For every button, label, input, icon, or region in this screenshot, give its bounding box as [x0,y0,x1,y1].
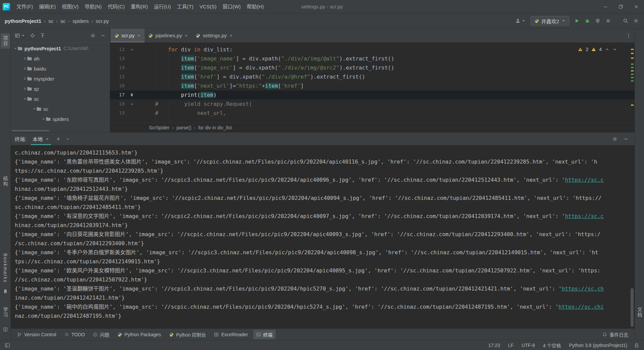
code-line[interactable]: 19 # next_url, [110,108,635,118]
run-config-selector[interactable]: 井鑫欢2 [531,16,569,26]
menu-item[interactable]: 编辑(E) [36,0,59,13]
breadcrumb-item[interactable]: scr.py [96,18,109,24]
tool-window-toggle-icon[interactable] [5,343,10,348]
prev-problem-icon[interactable] [605,47,609,52]
weak-warning-count[interactable]: 4 [599,47,602,52]
tool-window-button[interactable]: 问题 [90,330,112,339]
menu-item[interactable]: 运行(U) [151,0,174,13]
breadcrumb-item[interactable]: spiders [72,18,89,24]
terminal-tab-local[interactable]: 本地 [31,133,51,145]
user-dropdown[interactable] [515,18,526,24]
chevron-right-icon[interactable] [23,87,27,91]
editor-breadcrumb-item[interactable]: parse() [176,125,191,130]
chevron-down-icon[interactable] [66,137,70,141]
more-tabs-icon[interactable] [626,33,631,38]
close-button[interactable] [629,0,644,13]
tree-item[interactable]: baidu [11,63,110,74]
code-line[interactable]: 13 item['image_name'] = div.xpath("./div… [110,54,635,63]
status-item[interactable]: LF [508,343,514,348]
tree-item[interactable]: sc [11,104,110,114]
tree-item[interactable]: myspider [11,74,110,84]
tool-window-button[interactable]: Version Control [14,331,59,339]
code-editor[interactable]: 12 for div in div_list:13 item['image_na… [110,43,635,122]
tree-item[interactable]: ah [11,53,110,63]
chevron-down-icon[interactable] [23,97,27,101]
menu-item[interactable]: 代码(C) [105,0,128,13]
stop-button[interactable] [605,18,611,24]
tool-window-button[interactable]: ExcelReader [211,331,251,339]
hide-panel-icon[interactable] [100,33,106,38]
tree-item[interactable]: pythonProject1C:\Users\M\ [11,43,110,53]
minimize-button[interactable] [598,0,613,13]
code-line[interactable]: 18 # yield scrapy.Request( [110,99,635,108]
editor-tab[interactable]: pipelines.py [145,29,192,42]
chevron-down-icon[interactable] [13,46,17,50]
settings-icon[interactable] [633,18,639,24]
close-icon[interactable] [45,137,49,141]
fold-icon[interactable] [130,48,134,52]
minimize-terminal-icon[interactable] [623,136,629,142]
warning-count[interactable]: 2 [586,47,588,52]
close-tab-icon[interactable] [137,34,141,38]
breadcrumb-item[interactable]: sc [60,18,65,24]
status-item[interactable]: 4 个空格 [543,342,561,349]
horizontal-scrollbar[interactable] [11,129,110,132]
close-tab-icon[interactable] [229,34,233,38]
error-stripe[interactable] [630,43,635,122]
chevron-right-icon[interactable] [23,67,27,71]
tool-window-button-structure[interactable]: 结构 [1,174,10,189]
editor-tab[interactable]: settings.py [192,29,237,42]
restore-button[interactable] [613,0,629,13]
status-item[interactable]: UTF-8 [522,343,535,348]
book-icon[interactable] [3,327,8,332]
editor-tab[interactable]: scr.py [111,29,145,42]
tool-window-button[interactable]: TODO [61,331,88,339]
chevron-right-icon[interactable] [23,56,27,60]
run-button[interactable] [574,18,580,24]
terminal-link[interactable]: https://sc.c [565,213,604,219]
terminal-link[interactable]: https://sc.c [565,177,604,183]
lock-icon[interactable] [634,343,639,348]
chevron-down-icon[interactable] [32,107,36,111]
menu-item[interactable]: 重构(R) [128,0,151,13]
coverage-button[interactable] [595,18,600,24]
project-view-selector[interactable] [15,33,25,38]
code-line[interactable]: 14 item['image_src'] = div.xpath("./div/… [110,63,635,72]
tool-window-button[interactable]: 事件日志 [599,330,631,339]
tool-window-button-bookmarks[interactable]: Bookmarks [1,251,9,285]
tree-item[interactable]: spiders [11,114,110,124]
menu-item[interactable]: 导航(N) [82,0,105,13]
tool-window-button[interactable]: Python Packages [114,331,164,339]
next-problem-icon[interactable] [612,47,617,52]
locate-file-icon[interactable] [30,33,35,38]
code-line[interactable]: 17 print(item) [110,90,635,99]
tree-item[interactable]: qz [11,84,110,94]
breadcrumb-item[interactable]: sc [48,18,53,24]
menu-item[interactable]: VCS(S) [197,0,220,13]
chevron-right-icon[interactable] [23,77,27,81]
terminal-settings-icon[interactable] [612,136,618,142]
tool-window-button-learn[interactable]: 学习 [1,305,10,320]
code-line[interactable]: 12 for div in div_list: [110,45,635,54]
editor-breadcrumb-item[interactable]: for div in div_list [198,125,232,130]
menu-item[interactable]: 工具(T) [174,0,196,13]
close-tab-icon[interactable] [184,34,188,38]
terminal-link[interactable]: https://sc.ch [562,286,604,292]
code-line[interactable]: 16 item['next_url']="https:"+item['href'… [110,81,635,90]
terminal-link[interactable]: https://sc.chi [558,304,604,310]
status-item[interactable]: Python 3.8 (pythonProject1) [569,343,627,348]
breadcrumb-item[interactable]: pythonProject1 [5,18,41,24]
terminal-output[interactable]: c.chinaz.com/tupian/220412115653.htm'}{'… [11,145,635,329]
chevron-down-icon[interactable] [42,117,46,121]
search-icon[interactable] [623,18,628,24]
tool-window-button-project[interactable]: 项目 [1,33,10,49]
new-terminal-icon[interactable] [56,136,61,142]
tool-window-button-docs[interactable]: 文档 [635,305,644,320]
status-item[interactable]: 17:23 [488,343,500,348]
menu-item[interactable]: 视图(V) [59,0,82,13]
menu-item[interactable]: 帮助(H) [244,0,267,13]
code-line[interactable]: 15 item['href'] = div.xpath("./div/a/@hr… [110,72,635,81]
tree-item[interactable]: sc [11,94,110,104]
debug-button[interactable] [585,18,590,24]
tool-window-button[interactable]: 终端 [253,330,276,339]
